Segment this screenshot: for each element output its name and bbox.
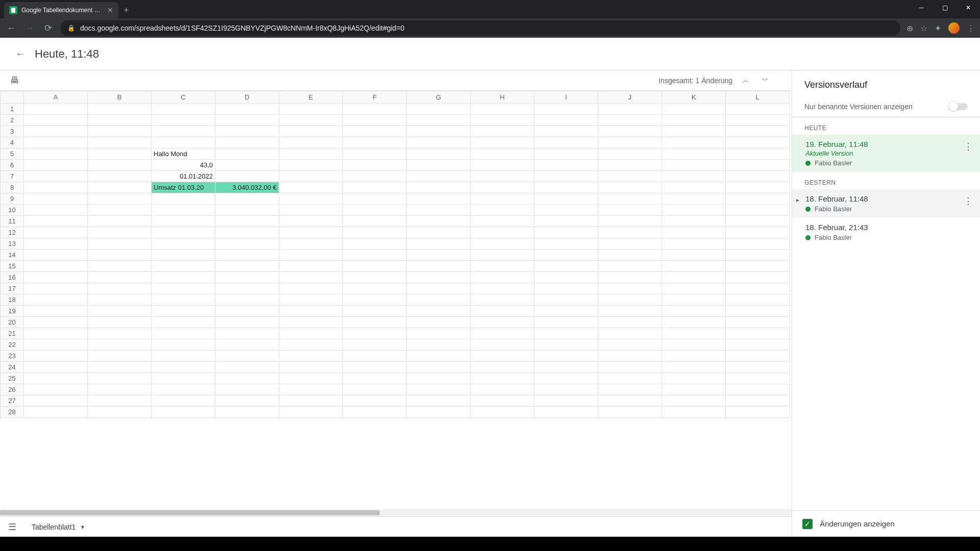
cell[interactable] bbox=[215, 339, 279, 350]
cell[interactable] bbox=[534, 126, 598, 137]
cell[interactable] bbox=[24, 148, 88, 160]
cell[interactable] bbox=[407, 182, 471, 193]
cell[interactable] bbox=[279, 137, 343, 148]
cell[interactable] bbox=[407, 205, 471, 216]
sheet-tab[interactable]: Tabellenblatt1 ▼ bbox=[24, 520, 92, 534]
cell[interactable] bbox=[407, 171, 471, 182]
prev-change-button[interactable]: ︿ bbox=[740, 76, 752, 85]
cell[interactable] bbox=[279, 373, 343, 384]
cell[interactable]: Hallo Mond bbox=[152, 148, 215, 160]
cell[interactable] bbox=[152, 350, 215, 362]
cell[interactable] bbox=[598, 294, 662, 306]
cell[interactable] bbox=[471, 104, 534, 115]
cell[interactable] bbox=[471, 148, 534, 160]
cell[interactable] bbox=[471, 384, 534, 395]
cell[interactable] bbox=[24, 115, 88, 126]
cell[interactable] bbox=[279, 148, 343, 160]
cell[interactable] bbox=[152, 384, 215, 395]
horizontal-scrollbar[interactable] bbox=[0, 509, 792, 516]
cell[interactable] bbox=[534, 407, 598, 418]
version-item[interactable]: 18. Februar, 21:43Fabio Basler bbox=[792, 218, 980, 246]
cell[interactable] bbox=[279, 317, 343, 328]
cell[interactable] bbox=[662, 126, 726, 137]
cell[interactable] bbox=[343, 317, 407, 328]
row-header[interactable]: 11 bbox=[1, 216, 24, 227]
cell[interactable] bbox=[24, 272, 88, 283]
cell[interactable] bbox=[88, 238, 152, 249]
extensions-icon[interactable]: ✦ bbox=[935, 23, 941, 33]
cell[interactable] bbox=[662, 261, 726, 272]
cell[interactable] bbox=[407, 148, 471, 160]
cell[interactable] bbox=[88, 171, 152, 182]
column-header[interactable]: H bbox=[471, 91, 534, 104]
back-arrow-button[interactable]: ← bbox=[10, 44, 31, 64]
cell[interactable] bbox=[215, 205, 279, 216]
url-field[interactable]: 🔒 docs.google.com/spreadsheets/d/1SF42SZ… bbox=[60, 20, 900, 36]
cell[interactable] bbox=[215, 238, 279, 249]
cell[interactable] bbox=[88, 182, 152, 193]
cell[interactable] bbox=[534, 261, 598, 272]
cell[interactable] bbox=[343, 249, 407, 261]
cell[interactable] bbox=[152, 238, 215, 249]
row-header[interactable]: 28 bbox=[1, 407, 24, 418]
cell[interactable] bbox=[88, 384, 152, 395]
cell[interactable] bbox=[343, 272, 407, 283]
profile-avatar[interactable] bbox=[948, 22, 960, 34]
cell[interactable] bbox=[343, 227, 407, 238]
cell[interactable] bbox=[662, 328, 726, 339]
cell[interactable] bbox=[88, 283, 152, 294]
cell[interactable] bbox=[662, 182, 726, 193]
cell[interactable] bbox=[726, 294, 790, 306]
cell[interactable] bbox=[279, 306, 343, 317]
cell[interactable] bbox=[726, 104, 790, 115]
cell[interactable] bbox=[534, 294, 598, 306]
cell[interactable] bbox=[662, 137, 726, 148]
zoom-icon[interactable]: ⊕ bbox=[906, 23, 913, 33]
cell[interactable] bbox=[726, 272, 790, 283]
cell[interactable] bbox=[662, 216, 726, 227]
cell[interactable] bbox=[471, 283, 534, 294]
cell[interactable] bbox=[343, 182, 407, 193]
cell[interactable] bbox=[726, 148, 790, 160]
cell[interactable] bbox=[534, 317, 598, 328]
cell[interactable] bbox=[88, 115, 152, 126]
cell[interactable] bbox=[152, 362, 215, 373]
cell[interactable] bbox=[726, 182, 790, 193]
cell[interactable] bbox=[343, 148, 407, 160]
cell[interactable] bbox=[726, 339, 790, 350]
cell[interactable] bbox=[726, 160, 790, 171]
row-header[interactable]: 21 bbox=[1, 328, 24, 339]
cell[interactable] bbox=[24, 350, 88, 362]
cell[interactable] bbox=[598, 306, 662, 317]
cell[interactable] bbox=[662, 283, 726, 294]
cell[interactable] bbox=[215, 261, 279, 272]
column-header[interactable]: F bbox=[343, 91, 407, 104]
cell[interactable] bbox=[534, 227, 598, 238]
cell[interactable] bbox=[598, 216, 662, 227]
row-header[interactable]: 23 bbox=[1, 350, 24, 362]
cell[interactable] bbox=[279, 227, 343, 238]
reload-button[interactable]: ⟳ bbox=[42, 22, 54, 34]
forward-button[interactable]: → bbox=[23, 23, 36, 34]
cell[interactable] bbox=[407, 283, 471, 294]
cell[interactable] bbox=[343, 104, 407, 115]
column-header[interactable]: K bbox=[662, 91, 726, 104]
cell[interactable] bbox=[24, 182, 88, 193]
row-header[interactable]: 18 bbox=[1, 294, 24, 306]
show-changes-checkbox[interactable]: ✓ bbox=[802, 519, 813, 529]
cell[interactable] bbox=[662, 272, 726, 283]
cell[interactable] bbox=[215, 395, 279, 407]
cell[interactable] bbox=[534, 137, 598, 148]
cell[interactable] bbox=[598, 205, 662, 216]
cell[interactable] bbox=[598, 350, 662, 362]
cell[interactable] bbox=[343, 339, 407, 350]
cell[interactable] bbox=[24, 328, 88, 339]
row-header[interactable]: 8 bbox=[1, 182, 24, 193]
cell[interactable] bbox=[726, 238, 790, 249]
row-header[interactable]: 17 bbox=[1, 283, 24, 294]
cell[interactable] bbox=[24, 261, 88, 272]
cell[interactable] bbox=[471, 306, 534, 317]
cell[interactable] bbox=[471, 137, 534, 148]
cell[interactable] bbox=[662, 171, 726, 182]
cell[interactable] bbox=[88, 148, 152, 160]
